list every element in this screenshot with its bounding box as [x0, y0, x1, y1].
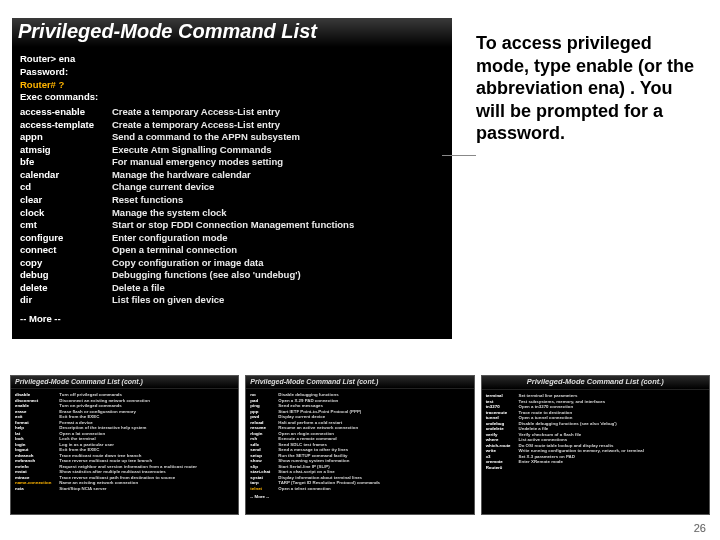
thumbnail-body: noDisable debugging functionspadOpen a X…: [246, 389, 473, 514]
command-desc: Create a temporary Access-List entry: [112, 106, 354, 119]
command-desc: Enter configuration mode: [112, 232, 354, 245]
main-slide-title: Privileged-Mode Command List: [12, 18, 452, 47]
command-desc: Send a command to the APPN subsystem: [112, 131, 354, 144]
command-row: clockManage the system clock: [20, 207, 354, 220]
command-row: copyCopy configuration or image data: [20, 257, 354, 270]
command-name: access-template: [20, 119, 112, 132]
thumb-command-name: Router#: [486, 465, 519, 471]
thumbnail-title: Privileged-Mode Command List (cont.): [11, 376, 238, 389]
command-name: dir: [20, 294, 112, 307]
thumb-more-indicator: -- More --: [250, 494, 469, 499]
thumb-command-desc: [519, 465, 644, 471]
command-row: debugDebugging functions (see also 'unde…: [20, 269, 354, 282]
thumb-command-row: nciaStart/Stop NCIA server: [15, 486, 197, 492]
command-name: clear: [20, 194, 112, 207]
thumbnail-2: Privileged-Mode Command List (cont.) noD…: [245, 375, 474, 515]
thumb-command-desc: TARP (Target ID Resolution Protocol) com…: [278, 480, 380, 486]
thumb-command-name: telnet: [250, 486, 278, 492]
command-desc: Execute Atm Signalling Commands: [112, 144, 354, 157]
command-name: debug: [20, 269, 112, 282]
command-row: cdChange current device: [20, 181, 354, 194]
command-desc: Manage the system clock: [112, 207, 354, 220]
command-row: bfeFor manual emergency modes setting: [20, 156, 354, 169]
prompt-line: Router# ?: [20, 79, 444, 92]
command-name: connect: [20, 244, 112, 257]
command-desc: Debugging functions (see also 'undebug'): [112, 269, 354, 282]
command-desc: Delete a file: [112, 282, 354, 295]
thumb-command-table: noDisable debugging functionspadOpen a X…: [250, 392, 380, 491]
command-name: cmt: [20, 219, 112, 232]
command-name: bfe: [20, 156, 112, 169]
command-row: dirList files on given device: [20, 294, 354, 307]
callout-connector: [442, 155, 476, 156]
thumbnail-row: Privileged-Mode Command List (cont.) dis…: [10, 375, 710, 515]
thumbnail-title: Privileged-Mode Command List (cont.): [482, 376, 709, 390]
command-desc: List files on given device: [112, 294, 354, 307]
command-row: clearReset functions: [20, 194, 354, 207]
command-row: calendarManage the hardware calendar: [20, 169, 354, 182]
thumbnail-body: terminalSet terminal line parameterstest…: [482, 390, 709, 514]
thumbnail-3: Privileged-Mode Command List (cont.) ter…: [481, 375, 710, 515]
command-name: delete: [20, 282, 112, 295]
command-row: access-enableCreate a temporary Access-L…: [20, 106, 354, 119]
thumb-command-row: Router#: [486, 465, 644, 471]
thumbnail-title: Privileged-Mode Command List (cont.): [246, 376, 473, 389]
command-name: calendar: [20, 169, 112, 182]
prompt-line: Password:: [20, 66, 444, 79]
command-name: access-enable: [20, 106, 112, 119]
command-desc: Copy configuration or image data: [112, 257, 354, 270]
command-name: configure: [20, 232, 112, 245]
command-name: cd: [20, 181, 112, 194]
terminal-panel: Router> enaPassword:Router# ?Exec comman…: [12, 47, 452, 339]
thumb-command-row-highlight: telnetOpen a telnet connection: [250, 486, 380, 492]
prompt-lines: Router> enaPassword:Router# ?Exec comman…: [20, 53, 444, 104]
command-name: copy: [20, 257, 112, 270]
command-desc: Reset functions: [112, 194, 354, 207]
thumb-command-desc: Start/Stop NCIA server: [59, 486, 197, 492]
command-desc: Manage the hardware calendar: [112, 169, 354, 182]
command-row: configureEnter configuration mode: [20, 232, 354, 245]
prompt-line: Exec commands:: [20, 91, 444, 104]
thumb-command-desc: Write running configuration to memory, n…: [519, 448, 644, 454]
command-row: atmsigExecute Atm Signalling Commands: [20, 144, 354, 157]
command-row: appnSend a command to the APPN subsystem: [20, 131, 354, 144]
thumb-command-desc: Open a telnet connection: [278, 486, 380, 492]
main-slide: Privileged-Mode Command List Router> ena…: [12, 18, 452, 348]
command-desc: For manual emergency modes setting: [112, 156, 354, 169]
prompt-line: Router> ena: [20, 53, 444, 66]
command-row: deleteDelete a file: [20, 282, 354, 295]
command-row: access-templateCreate a temporary Access…: [20, 119, 354, 132]
command-name: atmsig: [20, 144, 112, 157]
more-indicator: -- More --: [20, 313, 444, 324]
slide-number: 26: [694, 522, 706, 534]
command-desc: Change current device: [112, 181, 354, 194]
command-name: appn: [20, 131, 112, 144]
thumbnail-body: disableTurn off privileged commandsdisco…: [11, 389, 238, 514]
command-desc: Open a terminal connection: [112, 244, 354, 257]
command-row: cmtStart or stop FDDI Connection Managem…: [20, 219, 354, 232]
thumb-command-name: ncia: [15, 486, 59, 492]
command-desc: Create a temporary Access-List entry: [112, 119, 354, 132]
command-table: access-enableCreate a temporary Access-L…: [20, 106, 354, 307]
command-desc: Start or stop FDDI Connection Management…: [112, 219, 354, 232]
thumb-command-table: disableTurn off privileged commandsdisco…: [15, 392, 197, 491]
command-row: connectOpen a terminal connection: [20, 244, 354, 257]
side-note: To access privileged mode, type enable (…: [476, 32, 701, 145]
command-name: clock: [20, 207, 112, 220]
thumb-command-table: terminalSet terminal line parameterstest…: [486, 393, 644, 470]
thumbnail-1: Privileged-Mode Command List (cont.) dis…: [10, 375, 239, 515]
